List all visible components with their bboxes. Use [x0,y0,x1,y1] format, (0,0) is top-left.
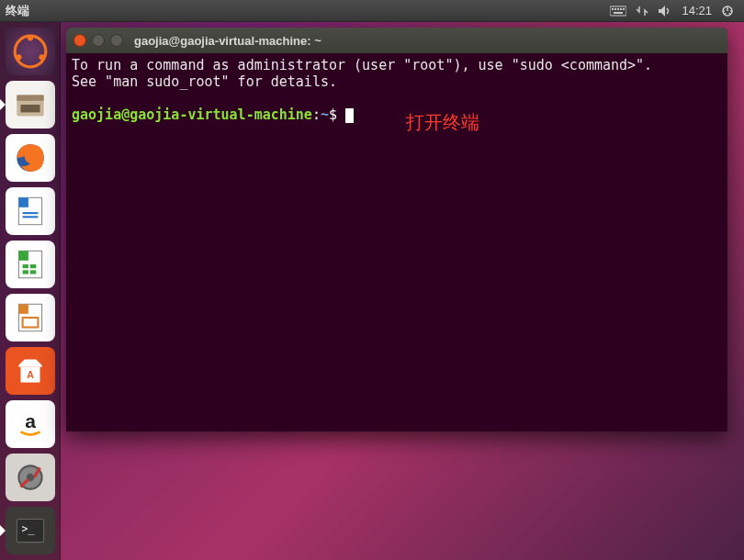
launcher-item-terminal[interactable]: >_ [6,507,55,554]
window-title: gaojia@gaojia-virtual-machine: ~ [134,34,321,48]
terminal-cursor [345,108,354,123]
session-indicator-icon[interactable] [721,5,734,17]
launcher-item-calc[interactable] [6,241,55,288]
annotation-label: 打开终端 [406,114,479,130]
svg-rect-6 [614,12,623,14]
svg-rect-1 [612,8,614,10]
svg-text:>_: >_ [21,522,34,535]
svg-rect-3 [617,8,619,10]
prompt-path: ~ [321,106,329,123]
terminal-motd-line2: See "man sudo_root" for details. [72,73,337,90]
network-indicator-icon[interactable] [636,5,648,17]
svg-rect-27 [18,304,28,314]
volume-indicator-icon[interactable] [658,5,672,17]
launcher-item-amazon[interactable]: a [6,400,55,448]
svg-rect-4 [620,8,622,10]
launcher-item-settings[interactable] [6,454,55,501]
top-panel: 终端 14:21 [0,0,744,22]
launcher-item-firefox[interactable] [6,134,55,182]
launcher-item-dash[interactable] [6,28,55,75]
window-close-button[interactable] [73,34,86,47]
svg-rect-24 [22,270,28,274]
svg-point-11 [16,54,21,60]
terminal-window: gaojia@gaojia-virtual-machine: ~ To run … [66,28,727,431]
svg-rect-2 [614,8,616,10]
svg-point-10 [39,54,44,60]
window-titlebar[interactable]: gaojia@gaojia-virtual-machine: ~ [66,28,727,53]
svg-text:A: A [27,369,34,380]
terminal-body[interactable]: To run a command as administrator (user … [66,53,727,431]
prompt-colon: : [312,106,321,123]
svg-rect-17 [18,197,28,207]
prompt-user: gaojia@gaojia-virtual-machine [72,106,312,123]
launcher-item-impress[interactable] [6,294,55,342]
launcher-item-writer[interactable] [6,187,55,235]
active-app-title: 终端 [6,3,29,19]
svg-rect-13 [17,95,43,101]
svg-text:a: a [25,410,36,431]
svg-point-9 [27,35,32,40]
svg-rect-14 [20,105,39,112]
launcher-item-files[interactable] [6,81,55,129]
svg-rect-23 [30,264,36,268]
clock[interactable]: 14:21 [682,4,712,17]
terminal-motd-line1: To run a command as administrator (user … [72,57,652,73]
launcher: A a >_ [0,22,61,560]
window-maximize-button[interactable] [110,34,123,47]
window-minimize-button[interactable] [92,34,105,47]
svg-rect-0 [610,6,626,16]
svg-rect-22 [22,264,28,268]
prompt-dollar: $ [329,106,345,123]
svg-rect-21 [18,251,28,261]
launcher-item-software[interactable]: A [6,347,55,395]
keyboard-indicator-icon[interactable] [610,5,626,17]
svg-rect-25 [30,270,36,274]
svg-rect-5 [623,8,625,10]
